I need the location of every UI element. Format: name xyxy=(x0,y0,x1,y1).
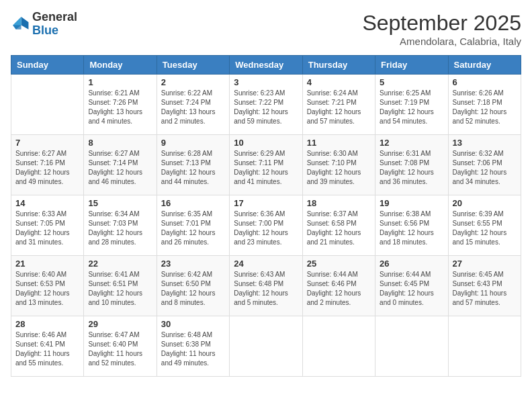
calendar-day-cell: 8Sunrise: 6:27 AM Sunset: 7:14 PM Daylig… xyxy=(84,135,157,195)
weekday-header-cell: Monday xyxy=(84,56,157,75)
calendar-day-cell: 22Sunrise: 6:41 AM Sunset: 6:51 PM Dayli… xyxy=(84,256,157,316)
day-info: Sunrise: 6:22 AM Sunset: 7:24 PM Dayligh… xyxy=(161,89,225,126)
calendar-day-cell: 25Sunrise: 6:44 AM Sunset: 6:46 PM Dayli… xyxy=(302,256,375,316)
calendar-day-cell: 19Sunrise: 6:38 AM Sunset: 6:56 PM Dayli… xyxy=(375,195,448,256)
calendar-day-cell: 24Sunrise: 6:43 AM Sunset: 6:48 PM Dayli… xyxy=(230,256,302,316)
day-number: 17 xyxy=(234,198,298,208)
day-number: 29 xyxy=(88,319,152,329)
page-header: General Blue September 2025 Amendolara, … xyxy=(11,11,521,47)
calendar-day-cell: 9Sunrise: 6:28 AM Sunset: 7:13 PM Daylig… xyxy=(157,135,229,195)
day-info: Sunrise: 6:31 AM Sunset: 7:08 PM Dayligh… xyxy=(380,149,443,187)
calendar-day-cell: 21Sunrise: 6:40 AM Sunset: 6:53 PM Dayli… xyxy=(11,256,84,316)
day-info: Sunrise: 6:23 AM Sunset: 7:22 PM Dayligh… xyxy=(234,89,298,126)
day-info: Sunrise: 6:43 AM Sunset: 6:48 PM Dayligh… xyxy=(234,270,298,308)
logo-general-text: General xyxy=(32,10,77,24)
calendar-day-cell: 13Sunrise: 6:32 AM Sunset: 7:06 PM Dayli… xyxy=(448,135,521,195)
day-number: 21 xyxy=(15,259,79,269)
calendar-day-cell xyxy=(230,316,302,377)
day-info: Sunrise: 6:38 AM Sunset: 6:56 PM Dayligh… xyxy=(380,210,443,247)
day-number: 14 xyxy=(15,198,79,208)
calendar-day-cell: 27Sunrise: 6:45 AM Sunset: 6:43 PM Dayli… xyxy=(448,256,521,316)
calendar-week-row: 21Sunrise: 6:40 AM Sunset: 6:53 PM Dayli… xyxy=(11,256,521,316)
calendar-day-cell: 10Sunrise: 6:29 AM Sunset: 7:11 PM Dayli… xyxy=(230,135,302,195)
logo-blue-text: Blue xyxy=(32,24,58,37)
calendar-week-row: 7Sunrise: 6:27 AM Sunset: 7:16 PM Daylig… xyxy=(11,135,521,195)
calendar-day-cell: 5Sunrise: 6:25 AM Sunset: 7:19 PM Daylig… xyxy=(375,75,448,135)
weekday-header-row: SundayMondayTuesdayWednesdayThursdayFrid… xyxy=(11,56,521,75)
day-info: Sunrise: 6:33 AM Sunset: 7:05 PM Dayligh… xyxy=(15,210,79,247)
day-number: 5 xyxy=(380,77,443,87)
day-number: 6 xyxy=(453,77,517,87)
day-info: Sunrise: 6:39 AM Sunset: 6:55 PM Dayligh… xyxy=(453,210,517,247)
weekday-header-cell: Friday xyxy=(375,56,448,75)
day-info: Sunrise: 6:25 AM Sunset: 7:19 PM Dayligh… xyxy=(380,89,443,126)
day-number: 23 xyxy=(161,259,225,269)
day-info: Sunrise: 6:27 AM Sunset: 7:16 PM Dayligh… xyxy=(15,149,79,187)
calendar-day-cell xyxy=(11,75,84,135)
logo-icon xyxy=(11,15,30,34)
day-number: 16 xyxy=(161,198,225,208)
calendar-week-row: 28Sunrise: 6:46 AM Sunset: 6:41 PM Dayli… xyxy=(11,316,521,377)
calendar-day-cell: 20Sunrise: 6:39 AM Sunset: 6:55 PM Dayli… xyxy=(448,195,521,256)
calendar-week-row: 1Sunrise: 6:21 AM Sunset: 7:26 PM Daylig… xyxy=(11,75,521,135)
month-title: September 2025 xyxy=(362,11,521,36)
day-info: Sunrise: 6:30 AM Sunset: 7:10 PM Dayligh… xyxy=(307,149,371,187)
day-number: 22 xyxy=(88,259,152,269)
day-number: 15 xyxy=(88,198,152,208)
day-info: Sunrise: 6:32 AM Sunset: 7:06 PM Dayligh… xyxy=(453,149,517,187)
day-info: Sunrise: 6:44 AM Sunset: 6:45 PM Dayligh… xyxy=(380,270,443,308)
day-number: 25 xyxy=(307,259,371,269)
weekday-header-cell: Saturday xyxy=(448,56,521,75)
calendar-day-cell xyxy=(448,316,521,377)
day-number: 1 xyxy=(88,77,152,87)
calendar-day-cell: 18Sunrise: 6:37 AM Sunset: 6:58 PM Dayli… xyxy=(302,195,375,256)
day-info: Sunrise: 6:21 AM Sunset: 7:26 PM Dayligh… xyxy=(88,89,152,126)
day-info: Sunrise: 6:36 AM Sunset: 7:00 PM Dayligh… xyxy=(234,210,298,247)
day-number: 3 xyxy=(234,77,298,87)
calendar-day-cell: 28Sunrise: 6:46 AM Sunset: 6:41 PM Dayli… xyxy=(11,316,84,377)
calendar-day-cell: 1Sunrise: 6:21 AM Sunset: 7:26 PM Daylig… xyxy=(84,75,157,135)
day-number: 24 xyxy=(234,259,298,269)
day-info: Sunrise: 6:34 AM Sunset: 7:03 PM Dayligh… xyxy=(88,210,152,247)
day-info: Sunrise: 6:29 AM Sunset: 7:11 PM Dayligh… xyxy=(234,149,298,187)
calendar-week-row: 14Sunrise: 6:33 AM Sunset: 7:05 PM Dayli… xyxy=(11,195,521,256)
day-number: 19 xyxy=(380,198,443,208)
calendar-day-cell: 26Sunrise: 6:44 AM Sunset: 6:45 PM Dayli… xyxy=(375,256,448,316)
day-number: 28 xyxy=(15,319,79,329)
day-info: Sunrise: 6:41 AM Sunset: 6:51 PM Dayligh… xyxy=(88,270,152,308)
calendar-table: SundayMondayTuesdayWednesdayThursdayFrid… xyxy=(11,55,521,377)
calendar-day-cell: 12Sunrise: 6:31 AM Sunset: 7:08 PM Dayli… xyxy=(375,135,448,195)
calendar-day-cell: 14Sunrise: 6:33 AM Sunset: 7:05 PM Dayli… xyxy=(11,195,84,256)
weekday-header-cell: Sunday xyxy=(11,56,84,75)
calendar-body: 1Sunrise: 6:21 AM Sunset: 7:26 PM Daylig… xyxy=(11,75,521,377)
day-number: 20 xyxy=(453,198,517,208)
calendar-day-cell: 29Sunrise: 6:47 AM Sunset: 6:40 PM Dayli… xyxy=(84,316,157,377)
location-text: Amendolara, Calabria, Italy xyxy=(362,36,521,47)
day-info: Sunrise: 6:35 AM Sunset: 7:01 PM Dayligh… xyxy=(161,210,225,247)
day-number: 26 xyxy=(380,259,443,269)
day-number: 9 xyxy=(161,138,225,148)
day-info: Sunrise: 6:47 AM Sunset: 6:40 PM Dayligh… xyxy=(88,330,152,368)
day-info: Sunrise: 6:46 AM Sunset: 6:41 PM Dayligh… xyxy=(15,330,79,368)
calendar-day-cell: 23Sunrise: 6:42 AM Sunset: 6:50 PM Dayli… xyxy=(157,256,229,316)
day-info: Sunrise: 6:27 AM Sunset: 7:14 PM Dayligh… xyxy=(88,149,152,187)
logo: General Blue xyxy=(11,11,77,38)
calendar-day-cell: 15Sunrise: 6:34 AM Sunset: 7:03 PM Dayli… xyxy=(84,195,157,256)
calendar-day-cell: 17Sunrise: 6:36 AM Sunset: 7:00 PM Dayli… xyxy=(230,195,302,256)
calendar-day-cell: 2Sunrise: 6:22 AM Sunset: 7:24 PM Daylig… xyxy=(157,75,229,135)
calendar-day-cell: 16Sunrise: 6:35 AM Sunset: 7:01 PM Dayli… xyxy=(157,195,229,256)
day-info: Sunrise: 6:37 AM Sunset: 6:58 PM Dayligh… xyxy=(307,210,371,247)
day-info: Sunrise: 6:44 AM Sunset: 6:46 PM Dayligh… xyxy=(307,270,371,308)
day-number: 10 xyxy=(234,138,298,148)
weekday-header-cell: Wednesday xyxy=(230,56,302,75)
calendar-day-cell xyxy=(375,316,448,377)
day-number: 4 xyxy=(307,77,371,87)
day-info: Sunrise: 6:26 AM Sunset: 7:18 PM Dayligh… xyxy=(453,89,517,126)
day-info: Sunrise: 6:42 AM Sunset: 6:50 PM Dayligh… xyxy=(161,270,225,308)
weekday-header-cell: Thursday xyxy=(302,56,375,75)
weekday-header-cell: Tuesday xyxy=(157,56,229,75)
day-info: Sunrise: 6:24 AM Sunset: 7:21 PM Dayligh… xyxy=(307,89,371,126)
day-number: 18 xyxy=(307,198,371,208)
day-info: Sunrise: 6:40 AM Sunset: 6:53 PM Dayligh… xyxy=(15,270,79,308)
svg-marker-2 xyxy=(13,25,21,29)
